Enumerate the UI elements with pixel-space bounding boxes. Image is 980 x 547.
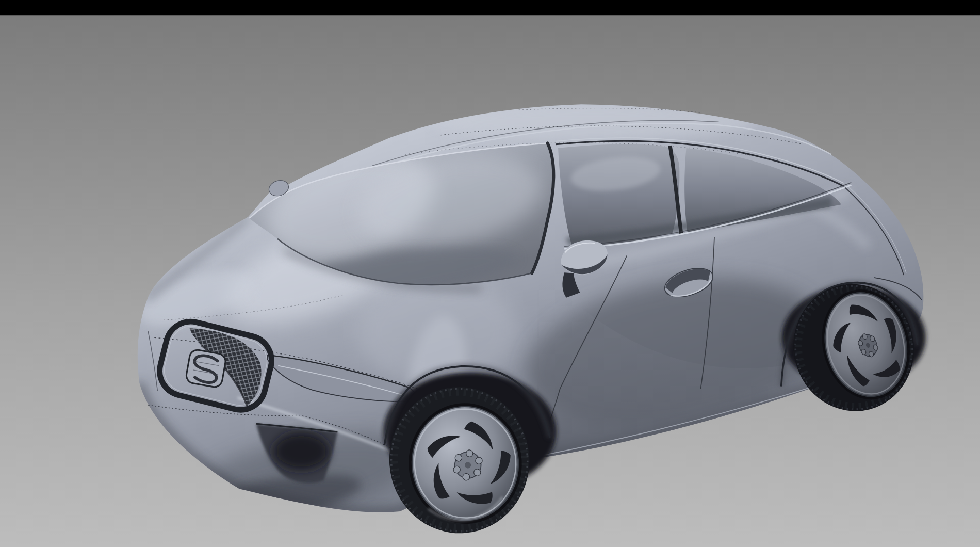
intake-dark-core — [273, 432, 330, 470]
car-render-scene — [0, 0, 980, 547]
seat-logo — [185, 349, 227, 389]
letterbox-top-bar — [0, 0, 980, 15]
render-viewport[interactable] — [0, 0, 980, 547]
